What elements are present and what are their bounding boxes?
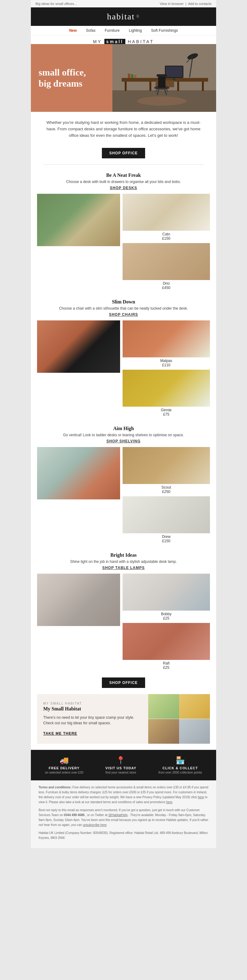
product-scout: Scout £250 [123, 447, 210, 494]
svg-rect-4 [202, 82, 204, 91]
ginnie-name: Ginnie [123, 408, 210, 412]
twitter-link[interactable]: @HabitatHelp [108, 813, 128, 817]
chairs-product-grid: Malpas £110 Ginnie £75 [37, 320, 210, 417]
svg-rect-14 [134, 75, 136, 78]
shelving-product-side: Scout £250 Drew £150 [123, 447, 210, 543]
terms-title: Terms and conditions: [38, 786, 72, 789]
small-habitat-cta: My Small Habitat My Small Habitat There'… [37, 694, 210, 744]
ginnie-photo [123, 370, 210, 407]
footer-delivery: 🚚 FREE DELIVERY on selected orders over … [45, 756, 83, 774]
bobby-photo [123, 574, 210, 611]
section-chairs-title: Slim Down [37, 299, 210, 305]
section-shelving: Aim High Go vertical! Look to ladder des… [31, 420, 216, 546]
shop-chairs-link[interactable]: SHOP CHAIRS [37, 312, 210, 317]
svg-point-25 [137, 96, 186, 106]
contact-paragraph: Best not reply to this email as response… [38, 808, 209, 827]
drio-name: Drio [123, 281, 210, 286]
drio-photo [123, 243, 210, 280]
lamps-product-side: Bobby £25 Rafi £25 [123, 574, 210, 670]
shop-shelving-link[interactable]: SHOP SHELVING [37, 439, 210, 443]
unsubscribe-link[interactable]: unsubscribe here [83, 823, 106, 827]
footer-icons-strip: 🚚 FREE DELIVERY on selected orders over … [31, 750, 216, 780]
hero-image-area [112, 44, 216, 112]
desk-main-image [37, 194, 120, 246]
lamps-main-image [37, 574, 120, 626]
rafi-name: Rafi [123, 661, 210, 665]
drew-name: Drew [123, 535, 210, 539]
nav-item-new[interactable]: New [69, 29, 77, 33]
nav-item-soft-furnishings[interactable]: Soft Furnishings [151, 29, 178, 33]
logo-text: habitat [107, 12, 135, 22]
legal-footer: Terms and conditions: Free delivery on s… [31, 780, 216, 848]
shop-office-button-bottom[interactable]: SHOP OFFICE [102, 678, 145, 688]
visit-sub: find your nearest store [105, 771, 136, 774]
small-habitat-title: My Small Habitat [43, 706, 142, 712]
small-habitat-badge: My Small Habitat [43, 702, 142, 705]
footer-visit: 📍 VISIT US TODAY find your nearest store [105, 756, 136, 774]
terms-here1-link[interactable]: here [198, 795, 204, 799]
svg-rect-19 [158, 75, 165, 88]
cato-price: £150 [123, 236, 210, 240]
scout-price: £250 [123, 490, 210, 494]
rafi-photo [123, 623, 210, 660]
product-malpas: Malpas £110 [123, 320, 210, 367]
svg-rect-16 [166, 67, 183, 77]
section-desks-subtitle: Choose a desk with built in drawers to o… [37, 180, 210, 184]
shelving-main-image [37, 447, 120, 500]
intro-text: Whether you're studying hard or working … [43, 119, 204, 138]
section-lamps-title: Bright Ideas [37, 552, 210, 558]
shelving-product-grid: Scout £250 Drew £150 [37, 447, 210, 543]
cta-img-1 [148, 694, 179, 719]
drew-price: £150 [123, 539, 210, 543]
nav-item-furniture[interactable]: Furniture [105, 29, 119, 33]
divider-1 [43, 164, 204, 165]
email-header: habitat® [31, 7, 216, 26]
section-shelving-title: Aim High [37, 426, 210, 431]
top-bar-left: Big ideas for small offices... [35, 2, 77, 6]
product-drio: Drio £450 [123, 243, 210, 290]
shop-lamps-link[interactable]: SHOP TABLE LAMPS [37, 566, 210, 570]
terms-paragraph: Terms and conditions: Free delivery on s… [38, 785, 209, 805]
section-lamps-subtitle: Shine light on the job in hand with a st… [37, 560, 210, 564]
nav-item-sofas[interactable]: Sofas [86, 29, 96, 33]
desk-product-side: Cato £150 Drio £450 [123, 194, 210, 290]
malpas-photo [123, 320, 210, 357]
desk-hero-photo [37, 194, 120, 246]
terms-here2-link[interactable]: here [166, 800, 172, 804]
drew-photo [123, 496, 210, 533]
svg-rect-13 [131, 74, 133, 78]
hero-content: small office, big dreams [31, 44, 114, 112]
section-lamps: Bright Ideas Shine light on the job in h… [31, 546, 216, 673]
svg-rect-20 [157, 74, 167, 77]
view-in-browser-link[interactable]: View in browser [160, 2, 183, 6]
nav-item-lighting[interactable]: Lighting [129, 29, 142, 33]
chairs-hero-photo [37, 320, 120, 373]
shop-desks-link[interactable]: SHOP DESKS [37, 186, 210, 190]
product-rafi: Rafi £25 [123, 623, 210, 670]
cta-img-4 [179, 719, 210, 744]
svg-rect-17 [173, 78, 175, 80]
lamps-product-grid: Bobby £25 Rafi £25 [37, 574, 210, 670]
svg-rect-6 [177, 82, 179, 91]
hero-desk-illustration [112, 44, 216, 112]
add-to-contacts-link[interactable]: Add to contacts [188, 2, 212, 6]
svg-rect-3 [125, 82, 127, 91]
rafi-price: £25 [123, 665, 210, 670]
section-shelving-subtitle: Go vertical! Look to ladder desks or lea… [37, 433, 210, 437]
company-info: Habitat UK Limited (Company Number: 0054… [38, 830, 209, 840]
take-me-there-link[interactable]: TAKE ME THERE [43, 731, 77, 736]
hero-eyebrow: MY small HABITAT [31, 35, 216, 44]
product-ginnie: Ginnie £75 [123, 370, 210, 417]
malpas-price: £110 [123, 363, 210, 367]
svg-rect-5 [149, 82, 151, 91]
navigation: New Sofas Furniture Lighting Soft Furnis… [31, 26, 216, 35]
section-desks-title: Be A Neat Freak [37, 172, 210, 178]
delivery-title: FREE DELIVERY [45, 766, 83, 770]
bobby-name: Bobby [123, 612, 210, 616]
svg-rect-12 [128, 74, 130, 78]
store-icon: 🏪 [159, 756, 202, 765]
product-bobby: Bobby £25 [123, 574, 210, 620]
shop-office-button-top[interactable]: SHOP OFFICE [102, 148, 145, 158]
footer-collect: 🏪 CLICK & COLLECT from over 2000 collect… [159, 756, 202, 774]
section-chairs: Slim Down Choose a chair with a slim sil… [31, 293, 216, 420]
